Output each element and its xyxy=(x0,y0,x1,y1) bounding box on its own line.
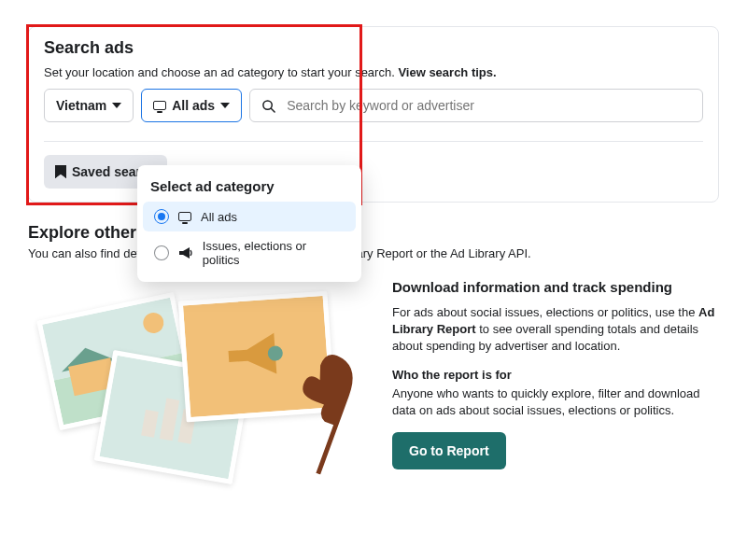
ad-category-select[interactable]: All ads xyxy=(141,89,242,122)
view-search-tips-link[interactable]: View search tips. xyxy=(398,65,496,79)
tool-who-label: Who the report is for xyxy=(392,367,719,384)
location-select-label: Vietnam xyxy=(56,98,106,113)
ad-category-option-all[interactable]: All ads xyxy=(143,202,356,231)
ad-category-popover-title: Select ad category xyxy=(137,175,361,202)
monitor-icon xyxy=(153,101,166,110)
location-select[interactable]: Vietnam xyxy=(44,89,134,122)
search-ads-subtext: Set your location and choose an ad categ… xyxy=(29,65,718,89)
radio-icon xyxy=(154,245,169,260)
go-to-report-button[interactable]: Go to Report xyxy=(392,432,506,469)
illustration xyxy=(28,277,374,473)
search-ads-subtext-body: Set your location and choose an ad categ… xyxy=(44,65,398,79)
explore-heading: Explore other tools xyxy=(28,223,719,243)
bookmark-icon xyxy=(55,165,66,178)
search-ads-card: Search ads Set your location and choose … xyxy=(28,26,719,203)
ad-category-popover: Select ad category All ads Issues, elect… xyxy=(137,165,361,282)
ad-category-select-label: All ads xyxy=(172,98,215,113)
tool-body: For ads about social issues, elections o… xyxy=(392,304,719,356)
tool-row: Download information and track spending … xyxy=(28,277,719,473)
tool-who-body: Anyone who wants to quickly explore, fil… xyxy=(392,385,719,419)
tool-text: Download information and track spending … xyxy=(392,277,719,473)
tool-body-prefix: For ads about social issues, elections o… xyxy=(392,305,698,319)
radio-icon xyxy=(154,209,169,224)
search-input[interactable] xyxy=(285,97,691,114)
filter-row: Vietnam All ads xyxy=(29,89,718,141)
caret-down-icon xyxy=(220,103,230,108)
search-ads-heading: Search ads xyxy=(29,27,718,65)
search-icon xyxy=(261,99,275,113)
megaphone-icon xyxy=(178,247,193,259)
saved-search-row: Saved search xyxy=(29,142,718,202)
svg-line-1 xyxy=(271,108,275,112)
explore-section: Explore other tools You can also find de… xyxy=(28,223,719,473)
ad-category-option-politics[interactable]: Issues, elections or politics xyxy=(143,231,356,274)
ad-category-option-label: All ads xyxy=(201,210,237,224)
tool-heading: Download information and track spending xyxy=(392,279,719,295)
caret-down-icon xyxy=(112,103,121,108)
search-input-wrap[interactable] xyxy=(249,89,703,122)
explore-subtext: You can also find detailed ad informatio… xyxy=(28,246,719,260)
ad-category-option-label: Issues, elections or politics xyxy=(203,239,345,267)
monitor-icon xyxy=(178,212,191,221)
